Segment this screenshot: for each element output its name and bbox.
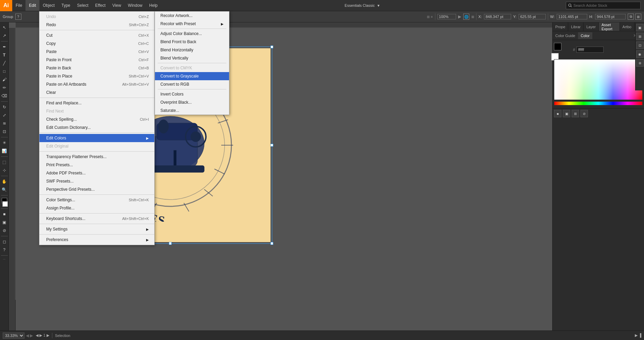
pattern-panel-icon[interactable]: ⊞ xyxy=(572,110,579,117)
right-panel-icon-2[interactable]: ⊞ xyxy=(636,33,644,40)
menu-redo[interactable]: Redo Shift+Ctrl+Z xyxy=(39,21,154,29)
y-input[interactable] xyxy=(519,14,546,19)
menu-paste-in-back[interactable]: Paste in Back Ctrl+B xyxy=(39,64,154,72)
menu-object[interactable]: Object xyxy=(39,0,58,11)
menu-color-settings[interactable]: Color Settings... Shift+Ctrl+K xyxy=(39,196,154,204)
tab-libraries[interactable]: Librar xyxy=(568,22,584,31)
submenu-recolor-with-preset[interactable]: Recolor with Preset ▶ xyxy=(155,20,229,28)
menu-my-settings[interactable]: My Settings ▶ xyxy=(39,225,154,233)
rotate-tool[interactable]: ↻ xyxy=(1,103,8,111)
search-input-area[interactable] xyxy=(566,2,641,9)
search-input[interactable] xyxy=(573,3,638,7)
tab-asset-export[interactable]: Asset Export xyxy=(599,22,620,31)
none-mode[interactable]: ⊘ xyxy=(1,227,8,234)
menu-view[interactable]: View xyxy=(109,0,125,11)
direct-selection-tool[interactable]: ↗ xyxy=(1,32,8,39)
solid-panel-icon[interactable]: ■ xyxy=(554,110,561,117)
x-input[interactable] xyxy=(484,14,511,19)
group-help-icon[interactable]: ? xyxy=(15,14,21,20)
menu-paste-in-place[interactable]: Paste in Place Shift+Ctrl+V xyxy=(39,72,154,80)
menu-undo[interactable]: Undo Ctrl+Z xyxy=(39,13,154,21)
menu-copy[interactable]: Copy Ctrl+C xyxy=(39,39,154,48)
submenu-convert-to-grayscale[interactable]: Convert to Grayscale xyxy=(155,72,229,80)
right-panel-icon-4[interactable]: ◉ xyxy=(636,50,644,58)
menu-print-presets[interactable]: Print Presets... xyxy=(39,161,154,169)
menu-type[interactable]: Type xyxy=(58,0,74,11)
submenu-adjust-color-balance[interactable]: Adjust Color Balance... xyxy=(155,30,229,38)
menu-cut[interactable]: Cut Ctrl+X xyxy=(39,31,154,39)
submenu-recolor-artwork[interactable]: Recolor Artwork... xyxy=(155,12,229,20)
menu-window[interactable]: Window xyxy=(124,0,146,11)
gradient-mode[interactable]: ▣ xyxy=(1,219,8,226)
menu-swf-presets[interactable]: SWF Presets... xyxy=(39,177,154,185)
menu-select[interactable]: Select xyxy=(74,0,92,11)
foreground-color-swatch[interactable] xyxy=(554,43,561,50)
menu-adobe-pdf-presets[interactable]: Adobe PDF Presets... xyxy=(39,169,154,177)
eraser-tool[interactable]: ⌫ xyxy=(1,92,8,100)
hex-color-input[interactable] xyxy=(576,47,604,53)
type-tool[interactable]: T xyxy=(1,51,8,59)
more-tools[interactable]: ··· xyxy=(3,257,6,261)
submenu-blend-front-to-back[interactable]: Blend Front to Back xyxy=(155,38,229,46)
scale-tool[interactable]: ⤢ xyxy=(1,112,8,119)
zoom-select[interactable]: 33.33% 50% 100% xyxy=(3,333,24,339)
menu-keyboard-shortcuts[interactable]: Keyboard Shortcuts... Alt+Shift+Ctrl+K xyxy=(39,215,154,223)
menu-help[interactable]: Help xyxy=(146,0,161,11)
menu-perspective-grid-presets[interactable]: Perspective Grid Presets... xyxy=(39,185,154,193)
menu-check-spelling[interactable]: Check Spelling... Ctrl+I xyxy=(39,115,154,123)
color-tab[interactable]: Color xyxy=(578,32,592,39)
right-panel-icon-1[interactable]: ▣ xyxy=(636,24,644,31)
arrange-icon2[interactable]: ⊞ xyxy=(635,14,641,20)
workspace-chevron[interactable]: ▼ xyxy=(377,4,380,7)
menu-paste[interactable]: Paste Ctrl+V xyxy=(39,48,154,56)
color-mode[interactable]: ■ xyxy=(1,210,8,218)
help-tool[interactable]: ? xyxy=(1,246,8,254)
menu-file[interactable]: File xyxy=(12,0,25,11)
submenu-saturate[interactable]: Saturate... xyxy=(155,106,229,115)
menu-paste-on-all-artboards[interactable]: Paste on All Artboards Alt+Shift+Ctrl+V xyxy=(39,80,154,88)
draw-mode[interactable]: ◻ xyxy=(1,238,8,245)
tab-artboards[interactable]: Artbo xyxy=(620,22,634,31)
menu-preferences[interactable]: Preferences ▶ xyxy=(39,236,154,244)
gradient-panel-icon[interactable]: ▣ xyxy=(563,110,570,117)
selection-tool[interactable]: ↖ xyxy=(1,24,8,31)
arrange-icon[interactable]: ⧉ xyxy=(628,14,634,20)
menu-edit-colors[interactable]: Edit Colors ▶ xyxy=(39,134,154,142)
tab-layers[interactable]: Layer xyxy=(584,22,599,31)
shape-tool[interactable]: □ xyxy=(1,68,8,75)
menu-clear[interactable]: Clear xyxy=(39,88,154,97)
menu-find-replace[interactable]: Find and Replace... xyxy=(39,99,154,107)
submenu-invert-colors[interactable]: Invert Colors xyxy=(155,90,229,98)
none-panel-icon[interactable]: ⊘ xyxy=(580,110,588,117)
zoom-input[interactable] xyxy=(437,14,456,19)
menu-effect[interactable]: Effect xyxy=(92,0,109,11)
right-panel-icon-5[interactable]: ⊛ xyxy=(636,59,644,67)
pen-tool[interactable]: ✒ xyxy=(1,43,8,51)
h-input[interactable] xyxy=(595,14,626,19)
paintbrush-tool[interactable]: 🖌 xyxy=(1,76,8,83)
menu-transparency-flattener[interactable]: Transparency Flattener Presets... xyxy=(39,153,154,161)
menu-assign-profile[interactable]: Assign Profile... xyxy=(39,204,154,212)
line-tool[interactable]: ╱ xyxy=(1,60,8,67)
color-guide-tab[interactable]: Color Guide xyxy=(553,32,578,39)
menu-edit-custom-dictionary[interactable]: Edit Custom Dictionary... xyxy=(39,123,154,132)
free-transform-tool[interactable]: ⊡ xyxy=(1,128,8,135)
symbol-sprayer-tool[interactable]: ✳ xyxy=(1,139,8,147)
menu-edit[interactable]: Edit xyxy=(25,0,39,11)
right-panel-icon-3[interactable]: ⊡ xyxy=(636,41,644,49)
menu-paste-in-front[interactable]: Paste in Front Ctrl+F xyxy=(39,56,154,64)
zoom-tool[interactable]: 🔍 xyxy=(1,186,8,193)
globe-icon[interactable]: 🌐 xyxy=(463,14,469,20)
zoom-expand[interactable]: ▶ xyxy=(458,14,461,19)
stroke-color[interactable] xyxy=(2,201,8,207)
submenu-blend-vertically[interactable]: Blend Vertically xyxy=(155,54,229,62)
w-input[interactable] xyxy=(557,14,587,19)
warp-tool[interactable]: ≋ xyxy=(1,120,8,127)
slice-tool[interactable]: ⊹ xyxy=(1,167,8,174)
column-graph-tool[interactable]: 📊 xyxy=(1,147,8,155)
artboard-tool[interactable]: ⬚ xyxy=(1,158,8,166)
submenu-convert-to-rgb[interactable]: Convert to RGB xyxy=(155,80,229,88)
submenu-blend-horizontally[interactable]: Blend Horizontally xyxy=(155,46,229,54)
color-gradient[interactable] xyxy=(554,59,643,100)
color-hue-bar[interactable] xyxy=(554,101,643,105)
